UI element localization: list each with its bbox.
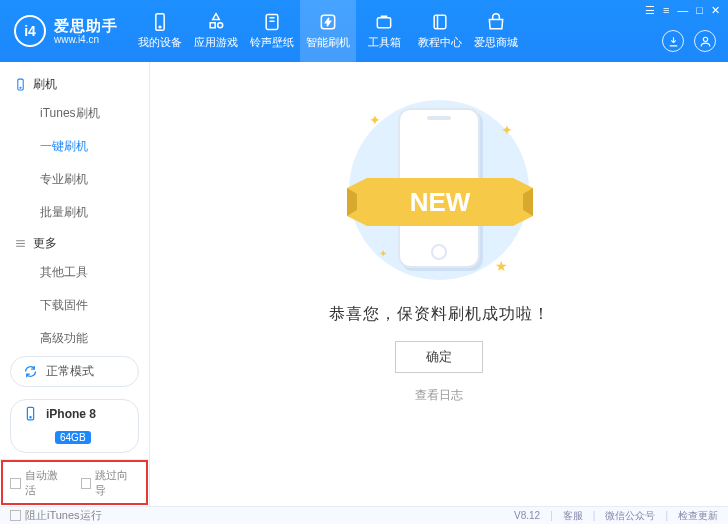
success-illustration: ✦ ✦ ✦ ★ NEW xyxy=(319,92,559,292)
apps-icon xyxy=(206,12,226,32)
svg-point-9 xyxy=(20,87,21,88)
nav-item-device[interactable]: 我的设备 xyxy=(132,0,188,62)
sidebar-item[interactable]: iTunes刷机 xyxy=(0,97,149,130)
success-message: 恭喜您，保资料刷机成功啦！ xyxy=(329,304,550,325)
phone-icon xyxy=(23,406,38,421)
ok-button[interactable]: 确定 xyxy=(395,341,483,373)
new-banner-icon: NEW xyxy=(347,178,533,230)
checkbox-icon xyxy=(10,478,21,489)
nav-item-ring[interactable]: 铃声壁纸 xyxy=(244,0,300,62)
window-controls: ☰≡—□✕ xyxy=(645,4,720,17)
sidebar-item[interactable]: 一键刷机 xyxy=(0,130,149,163)
sparkle-icon: ✦ xyxy=(369,112,379,122)
sidebar: 刷机iTunes刷机一键刷机专业刷机批量刷机更多其他工具下载固件高级功能 正常模… xyxy=(0,62,150,506)
sidebar-item[interactable]: 批量刷机 xyxy=(0,196,149,229)
download-icon[interactable] xyxy=(662,30,684,52)
mode-pill[interactable]: 正常模式 xyxy=(10,356,139,387)
svg-rect-3 xyxy=(266,15,278,30)
footer-link-update[interactable]: 检查更新 xyxy=(678,509,718,523)
option-checkbox[interactable]: 跳过向导 xyxy=(81,468,140,498)
device-icon xyxy=(150,12,170,32)
flash-icon xyxy=(318,12,338,32)
sidebar-group-header[interactable]: 刷机 xyxy=(0,70,149,97)
svg-point-1 xyxy=(159,26,161,28)
svg-point-7 xyxy=(703,37,707,41)
brand-name: 爱思助手 xyxy=(54,17,118,34)
nav-item-flash[interactable]: 智能刷机 xyxy=(300,0,356,62)
nav-item-tool[interactable]: 工具箱 xyxy=(356,0,412,62)
device-name: iPhone 8 xyxy=(46,407,96,421)
footer-link-wechat[interactable]: 微信公众号 xyxy=(605,509,655,523)
nav-item-book[interactable]: 教程中心 xyxy=(412,0,468,62)
phone-icon xyxy=(14,78,27,91)
nav-item-shop[interactable]: 爱思商城 xyxy=(468,0,524,62)
menu-icon xyxy=(14,237,27,250)
window-control[interactable]: ☰ xyxy=(645,4,655,17)
checkbox-icon xyxy=(81,478,92,489)
sparkle-icon: ★ xyxy=(495,258,505,268)
brand-logo-icon: i4 xyxy=(14,15,46,47)
svg-point-11 xyxy=(30,417,31,418)
app-brand: i4 爱思助手 www.i4.cn xyxy=(0,15,128,47)
main-content: ✦ ✦ ✦ ★ NEW 恭喜您，保资料刷机成功啦！ 确定 查看日志 xyxy=(150,62,728,506)
mode-label: 正常模式 xyxy=(46,363,94,380)
sparkle-icon: ✦ xyxy=(379,248,389,258)
user-icon[interactable] xyxy=(694,30,716,52)
footer-link-support[interactable]: 客服 xyxy=(563,509,583,523)
sidebar-item[interactable]: 高级功能 xyxy=(0,322,149,350)
option-checkbox[interactable]: 自动激活 xyxy=(10,468,69,498)
sparkle-icon: ✦ xyxy=(501,122,511,132)
window-control[interactable]: ✕ xyxy=(711,4,720,17)
device-pill[interactable]: iPhone 8 64GB xyxy=(10,399,139,453)
ring-icon xyxy=(262,12,282,32)
window-control[interactable]: ≡ xyxy=(663,4,669,17)
view-log-link[interactable]: 查看日志 xyxy=(415,387,463,404)
block-itunes-checkbox[interactable]: 阻止iTunes运行 xyxy=(10,508,102,523)
svg-rect-5 xyxy=(377,18,390,28)
svg-text:NEW: NEW xyxy=(410,187,471,217)
top-nav: 我的设备应用游戏铃声壁纸智能刷机工具箱教程中心爱思商城 xyxy=(132,0,524,62)
version-label: V8.12 xyxy=(514,510,540,521)
window-control[interactable]: □ xyxy=(696,4,703,17)
storage-badge: 64GB xyxy=(55,431,91,444)
book-icon xyxy=(430,12,450,32)
brand-domain: www.i4.cn xyxy=(54,34,118,46)
shop-icon xyxy=(486,12,506,32)
status-bar: 阻止iTunes运行 V8.12 | 客服 | 微信公众号 | 检查更新 xyxy=(0,506,728,524)
svg-point-2 xyxy=(218,23,223,28)
svg-rect-6 xyxy=(434,15,446,28)
sidebar-item[interactable]: 专业刷机 xyxy=(0,163,149,196)
refresh-icon xyxy=(23,364,38,379)
sidebar-item[interactable]: 下载固件 xyxy=(0,289,149,322)
nav-item-apps[interactable]: 应用游戏 xyxy=(188,0,244,62)
sidebar-group-header[interactable]: 更多 xyxy=(0,229,149,256)
window-control[interactable]: — xyxy=(677,4,688,17)
sidebar-bottom-options: 自动激活跳过向导 xyxy=(0,459,149,506)
tool-icon xyxy=(374,12,394,32)
sidebar-item[interactable]: 其他工具 xyxy=(0,256,149,289)
